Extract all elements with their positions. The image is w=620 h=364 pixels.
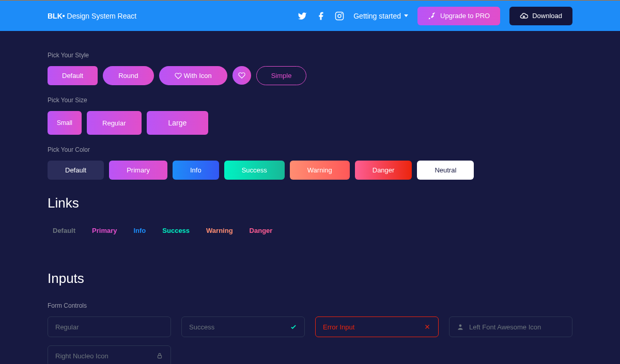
cloud-download-icon [520, 12, 528, 20]
brand[interactable]: BLK• Design System React [48, 12, 136, 20]
inputs-title: Inputs [48, 271, 572, 287]
input-regular[interactable] [48, 316, 171, 337]
heart-icon [238, 72, 245, 79]
size-label: Pick Your Size [48, 97, 572, 104]
form-controls-label: Form Controls [48, 302, 572, 309]
link-primary[interactable]: Primary [92, 227, 117, 234]
style-icon-only-button[interactable] [233, 66, 251, 85]
color-label: Pick Your Color [48, 146, 572, 153]
instagram-icon[interactable] [335, 11, 344, 21]
nav-right: Getting started Upgrade to PRO Download [298, 7, 572, 25]
link-danger[interactable]: Danger [250, 227, 273, 234]
color-warning-button[interactable]: Warning [290, 161, 350, 180]
color-primary-button[interactable]: Primary [109, 161, 167, 180]
color-info-button[interactable]: Info [173, 161, 219, 180]
color-neutral-button[interactable]: Neutral [417, 161, 474, 180]
link-default[interactable]: Default [53, 227, 75, 234]
links-title: Links [48, 195, 572, 211]
inputs-grid-2 [48, 345, 572, 364]
input-regular-field[interactable] [55, 323, 163, 331]
input-error-field[interactable] [323, 323, 424, 331]
size-row: Small Regular Large [48, 111, 572, 135]
close-icon [424, 323, 431, 330]
chevron-down-icon [404, 14, 408, 17]
lock-icon [156, 352, 163, 359]
input-success-field[interactable] [189, 323, 290, 331]
user-icon [457, 323, 464, 330]
style-default-button[interactable]: Default [48, 66, 98, 85]
input-success[interactable] [181, 316, 305, 337]
size-small-button[interactable]: Small [48, 111, 82, 135]
svg-point-3 [459, 324, 462, 327]
brand-bold: BLK• [48, 12, 65, 20]
style-label: Pick Your Style [48, 52, 572, 59]
input-error[interactable] [315, 316, 439, 337]
link-success[interactable]: Success [162, 227, 190, 234]
heart-icon [175, 72, 182, 80]
rocket-icon [428, 12, 436, 20]
size-regular-button[interactable]: Regular [87, 111, 142, 135]
twitter-icon[interactable] [298, 11, 307, 21]
inputs-grid [48, 316, 572, 337]
color-row: Default Primary Info Success Warning Dan… [48, 161, 572, 180]
upgrade-label: Upgrade to PRO [440, 12, 490, 20]
style-row: Default Round With Icon Simple [48, 66, 572, 85]
input-left-icon-field[interactable] [469, 323, 565, 331]
facebook-icon[interactable] [316, 11, 326, 21]
style-simple-button[interactable]: Simple [256, 66, 307, 85]
upgrade-button[interactable]: Upgrade to PRO [417, 7, 500, 25]
size-large-button[interactable]: Large [147, 111, 209, 135]
download-button[interactable]: Download [509, 7, 572, 25]
input-right-icon-field[interactable] [55, 352, 156, 360]
brand-rest: Design System React [65, 12, 137, 20]
svg-rect-4 [158, 355, 162, 358]
main-container: Pick Your Style Default Round With Icon … [0, 31, 620, 364]
style-with-icon-button[interactable]: With Icon [159, 66, 227, 85]
links-row: Default Primary Info Success Warning Dan… [48, 227, 572, 234]
color-success-button[interactable]: Success [224, 161, 285, 180]
getting-started-label: Getting started [353, 12, 401, 20]
link-warning[interactable]: Warning [206, 227, 233, 234]
getting-started-dropdown[interactable]: Getting started [353, 12, 408, 20]
with-icon-label: With Icon [184, 72, 212, 80]
svg-point-1 [338, 14, 341, 18]
svg-point-2 [342, 13, 343, 14]
color-default-button[interactable]: Default [48, 161, 104, 180]
input-right-icon[interactable] [48, 345, 171, 364]
link-info[interactable]: Info [133, 227, 146, 234]
style-round-button[interactable]: Round [103, 66, 153, 85]
navbar: BLK• Design System React Getting started… [0, 0, 620, 31]
download-label: Download [532, 12, 562, 20]
input-left-icon[interactable] [449, 316, 572, 337]
check-icon [290, 323, 297, 330]
color-danger-button[interactable]: Danger [355, 161, 412, 180]
